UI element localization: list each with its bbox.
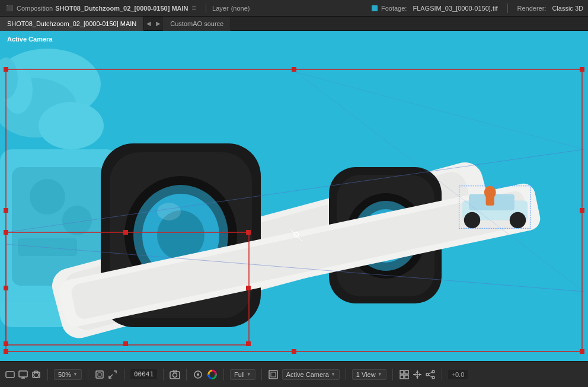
svg-rect-63 (19, 371, 27, 377)
composition-label: Composition (17, 5, 53, 12)
zoom-dropdown[interactable]: 50% ▼ (54, 369, 82, 380)
footage-label: Footage: (381, 5, 407, 12)
svg-point-33 (464, 212, 481, 229)
sep6 (223, 369, 224, 380)
monitor-icon[interactable] (18, 369, 28, 380)
svg-line-93 (429, 372, 432, 374)
svg-point-76 (197, 373, 199, 376)
sep5 (186, 369, 187, 380)
svg-rect-50 (246, 286, 251, 290)
svg-rect-78 (269, 370, 277, 379)
svg-rect-48 (123, 341, 128, 346)
svg-line-94 (429, 375, 432, 377)
svg-rect-46 (246, 341, 251, 346)
svg-rect-10 (18, 238, 77, 256)
view-count-dropdown[interactable]: 1 View ▼ (352, 369, 386, 380)
svg-rect-52 (4, 67, 8, 72)
timecode-display[interactable]: 00041 (130, 369, 157, 379)
tab-main[interactable]: SHOT08_Dutchzoom_02_[0000-0150] MAIN (0, 17, 144, 31)
transform-icon[interactable] (412, 369, 423, 380)
sep1 (47, 369, 48, 380)
top-bar-right: Footage: FLAGSIM_03_[0000-0150].tif Rend… (372, 4, 583, 13)
preview-icon[interactable] (5, 369, 15, 380)
svg-line-71 (109, 375, 113, 378)
svg-point-34 (510, 212, 526, 229)
menu-icon[interactable]: ≡ (192, 4, 197, 12)
view-mode-dropdown[interactable]: Full ▼ (230, 369, 255, 380)
svg-rect-53 (580, 67, 584, 72)
svg-rect-79 (271, 372, 276, 377)
svg-marker-86 (416, 370, 418, 373)
sep9 (392, 369, 393, 380)
renderer-label: Renderer: (517, 5, 547, 12)
svg-point-90 (432, 370, 434, 373)
right-icons (399, 369, 436, 380)
svg-point-3 (39, 102, 104, 149)
frame-icons (94, 369, 118, 380)
svg-rect-55 (580, 349, 584, 354)
svg-rect-80 (400, 370, 404, 374)
svg-rect-54 (4, 349, 8, 354)
snapshot-icon[interactable] (170, 369, 180, 380)
playback-controls (5, 369, 41, 380)
svg-rect-58 (4, 208, 8, 213)
sep10 (442, 369, 442, 380)
app-icon: ⬛ (5, 4, 14, 13)
separator (206, 4, 206, 13)
svg-rect-45 (246, 230, 251, 235)
view-toggle-icon[interactable] (268, 369, 279, 380)
tab-customao[interactable]: CustomAO source (163, 17, 231, 31)
footage-name: FLAGSIM_03_[0000-0150].tif (413, 5, 497, 12)
svg-rect-47 (123, 230, 128, 235)
svg-point-92 (432, 376, 434, 379)
resize-icon[interactable] (107, 369, 118, 380)
svg-rect-82 (400, 375, 404, 379)
svg-rect-70 (98, 373, 101, 376)
svg-rect-81 (405, 370, 408, 374)
svg-point-66 (34, 373, 39, 378)
settings-icon[interactable] (193, 369, 203, 380)
top-bar: ⬛ Composition SHOT08_Dutchzoom_02_[0000-… (0, 0, 588, 17)
zoom-section: 50% ▼ (54, 369, 82, 380)
svg-rect-36 (486, 196, 494, 206)
svg-point-91 (426, 373, 429, 376)
sep4 (163, 369, 164, 380)
sep8 (346, 369, 346, 380)
scene-svg (0, 31, 588, 361)
footage-icon (372, 5, 378, 11)
svg-marker-87 (416, 376, 418, 379)
separator2 (507, 4, 508, 13)
viewport: Active Camera (0, 31, 588, 361)
sep7 (261, 369, 262, 380)
bottom-bar: 50% ▼ 00041 Full (0, 361, 588, 387)
composition-name: SHOT08_Dutchzoom_02_[0000-0150] MAIN (55, 5, 188, 12)
svg-marker-89 (419, 373, 421, 376)
camera-small-icon[interactable] (31, 369, 41, 380)
svg-rect-69 (96, 371, 103, 378)
svg-point-21 (157, 203, 181, 220)
share-icon[interactable] (425, 369, 436, 380)
tab-arrow-right[interactable]: ▶ (156, 20, 161, 27)
renderer-value: Classic 3D (552, 5, 583, 12)
svg-rect-62 (6, 372, 14, 378)
svg-point-73 (173, 373, 177, 377)
grid-icon[interactable] (399, 369, 410, 380)
svg-marker-88 (413, 373, 416, 376)
svg-rect-59 (580, 208, 584, 213)
color-wheel-icon[interactable] (207, 369, 218, 380)
sep2 (88, 369, 88, 380)
svg-point-8 (30, 179, 65, 215)
tab-arrow-left[interactable]: ◀ (146, 20, 151, 27)
layer-label: Layer (212, 5, 229, 12)
frame-icon[interactable] (94, 369, 105, 380)
svg-rect-56 (292, 67, 296, 72)
svg-rect-83 (405, 375, 408, 379)
sep3 (124, 369, 124, 380)
svg-rect-57 (292, 349, 296, 354)
tab-bar: SHOT08_Dutchzoom_02_[0000-0150] MAIN ◀ ▶… (0, 17, 588, 31)
camera-dropdown[interactable]: Active Camera ▼ (282, 369, 340, 380)
layer-value: (none) (231, 5, 250, 12)
plus-value-display: +0.0 (448, 370, 468, 379)
